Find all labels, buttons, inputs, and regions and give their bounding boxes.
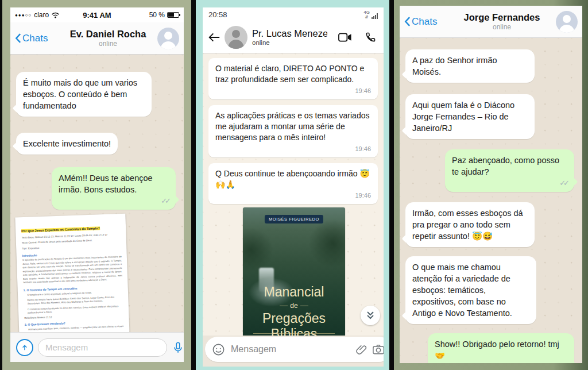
message-text: As aplicações práticas e os temas variad… (215, 111, 369, 142)
message-text: Aqui quem fala é o Diácono Jorge Fernand… (412, 101, 514, 133)
battery-icon (167, 12, 179, 18)
arrow-left-icon (208, 32, 220, 43)
message-bubble-outgoing[interactable]: AMém!! Deus te abençoe irmão. Bons estud… (52, 167, 176, 210)
contact-presence: online (252, 39, 327, 46)
contact-avatar[interactable] (556, 11, 578, 33)
message-text: O material é claro, DIRETO AO PONTO e tr… (215, 64, 364, 84)
contact-avatar[interactable] (225, 26, 247, 49)
paperclip-icon (355, 344, 368, 356)
middle-status-bar: 20:58 4G ⇵ (203, 7, 384, 21)
phone-middle-screen: 20:58 4G ⇵ Pr. Lucas Menezes online (203, 7, 384, 367)
message-bubble-outgoing[interactable]: Paz abençoado, como posso te ajudar? ✓✓ (445, 149, 574, 192)
message-text: AMém!! Deus te abençoe irmão. Bons estud… (59, 174, 153, 194)
message-bubble-outgoing[interactable]: Show!! Obrigado pelo retorno! tmj 🤝 ✓✓ (428, 333, 574, 363)
message-input[interactable] (230, 344, 351, 355)
right-chat-header: Chats Jorge Fernandes online (400, 6, 582, 38)
contact-info[interactable]: Ev. Daniel Rocha online (59, 29, 157, 48)
middle-input-bar (203, 336, 384, 367)
phone-right-frame: Chats Jorge Fernandes online A paz do Se… (394, 0, 588, 370)
phone-icon (365, 32, 376, 43)
message-bubble-incoming[interactable]: O material é claro, DIRETO AO PONTO e tr… (208, 58, 378, 99)
phone-left-screen: ●●●○○ claro 9:41 AM 50 % Chats (10, 7, 184, 362)
contact-presence: online (448, 23, 556, 31)
message-text: Excelente investimento! (23, 139, 111, 148)
contact-name: Pr. Lucas Menezes (252, 28, 327, 39)
message-text: Irmão, com esses esboços dá pra pregar o… (412, 209, 523, 241)
chevron-left-icon (404, 16, 411, 27)
read-ticks-icon: ✓✓ (59, 197, 169, 205)
video-camera-icon (338, 33, 352, 42)
status-time: 20:58 (208, 10, 363, 19)
message-text: Paz abençoado, como posso te ajudar? (452, 156, 559, 176)
double-chevron-down-icon (366, 310, 375, 321)
contact-name: Jorge Fernandes (448, 12, 556, 23)
left-status-bar: ●●●○○ claro 9:41 AM 50 % (10, 7, 184, 22)
triptych-canvas: ●●●○○ claro 9:41 AM 50 % Chats (0, 0, 588, 370)
read-ticks-icon: ✓✓ (452, 179, 567, 187)
contact-presence: online (59, 40, 157, 48)
data-arrows-icon: ⇵ (365, 15, 369, 19)
network-type-label: 4G (363, 10, 370, 15)
message-text: Show!! Obrigado pelo retorno! tmj 🤝 (435, 340, 559, 360)
voice-call-button[interactable] (363, 31, 378, 44)
attach-button[interactable] (355, 344, 368, 356)
battery-percent: 50 % (149, 11, 165, 19)
camera-icon (372, 344, 384, 355)
arrow-up-icon (20, 343, 29, 352)
message-text: É muito mais do que um varios esboços. O… (23, 78, 137, 110)
back-to-chats-button[interactable]: Chats (15, 33, 59, 44)
smiley-icon (212, 343, 225, 356)
status-time: 9:41 AM (83, 11, 111, 20)
middle-chat-header: Pr. Lucas Menezes online (203, 21, 384, 53)
message-text: Q Deus continue te abençooando irmão 😇🙌🙏 (215, 169, 370, 189)
microphone-icon (172, 341, 184, 354)
message-time: 19:46 (215, 192, 371, 199)
document-paragraph: O episódio da purificação do Templo é um… (22, 255, 122, 285)
message-input[interactable] (38, 338, 167, 357)
book-title: Manancial de Pregações Bíblicas (243, 284, 345, 336)
back-button[interactable] (208, 32, 220, 43)
camera-button[interactable] (372, 344, 384, 355)
middle-chat-area: O material é claro, DIRETO AO PONTO e tr… (203, 53, 384, 336)
message-input-pill (205, 337, 384, 362)
message-bubble-incoming[interactable]: A paz do Senhor irmão Moisés. (405, 49, 535, 83)
message-bubble-incoming[interactable]: O que mais me chamou atenção foi a varie… (405, 256, 536, 324)
left-chat-header: Chats Ev. Daniel Rocha online (10, 22, 184, 55)
book-cover-image[interactable]: MOISÉS FIGUEIREDO Manancial de Pregações… (243, 207, 345, 336)
carrier-label: claro (34, 11, 49, 19)
message-time: 19:46 (215, 88, 371, 94)
message-time: 19:46 (215, 146, 371, 152)
phone-middle-frame: 20:58 4G ⇵ Pr. Lucas Menezes online (196, 0, 389, 370)
share-upload-button[interactable] (16, 339, 33, 356)
scroll-to-bottom-button[interactable] (361, 306, 380, 325)
phone-right-screen: Chats Jorge Fernandes online A paz do Se… (400, 6, 582, 363)
message-bubble-incoming[interactable]: Aqui quem fala é o Diácono Jorge Fernand… (405, 94, 535, 139)
video-call-button[interactable] (338, 31, 353, 44)
voice-message-button[interactable] (172, 341, 184, 354)
phone-left-frame: ●●●○○ claro 9:41 AM 50 % Chats (2, 0, 191, 370)
document-preview[interactable]: Por Que Jesus Expulsou os Cambistas do T… (15, 214, 129, 332)
message-bubble-incoming[interactable]: Irmão, com esses esboços dá pra pregar o… (405, 202, 535, 247)
cell-signal-dots-icon: ●●●○○ (15, 13, 32, 18)
message-text: O que mais me chamou atenção foi a varie… (412, 263, 512, 318)
book-subtitle: Sermões prontos para toda ocasião (253, 333, 335, 336)
book-author-badge: MOISÉS FIGUEIREDO (265, 215, 323, 223)
message-text: A paz do Senhor irmão Moisés. (412, 56, 497, 76)
contact-avatar[interactable] (157, 28, 179, 49)
message-bubble-incoming[interactable]: É muito mais do que um varios esboços. O… (16, 72, 152, 117)
wifi-icon (51, 12, 60, 18)
signal-bars-icon (372, 13, 378, 19)
message-bubble-incoming[interactable]: Q Deus continue te abençooando irmão 😇🙌🙏… (208, 163, 378, 205)
chevron-left-icon (15, 33, 21, 44)
emoji-button[interactable] (212, 343, 225, 356)
right-chat-area: A paz do Senhor irmão Moisés. Aqui quem … (400, 38, 582, 363)
message-bubble-incoming[interactable]: Excelente investimento! (16, 133, 118, 155)
contact-name: Ev. Daniel Rocha (59, 29, 157, 40)
document-title: Por Que Jesus Expulsou os Cambistas do T… (21, 226, 100, 233)
left-input-bar (10, 332, 184, 362)
contact-info[interactable]: Pr. Lucas Menezes online (252, 28, 327, 46)
back-to-chats-button[interactable]: Chats (404, 16, 448, 28)
message-bubble-incoming[interactable]: As aplicações práticas e os temas variad… (208, 105, 378, 157)
contact-info[interactable]: Jorge Fernandes online (448, 12, 556, 31)
left-chat-area: É muito mais do que um varios esboços. O… (10, 55, 184, 332)
